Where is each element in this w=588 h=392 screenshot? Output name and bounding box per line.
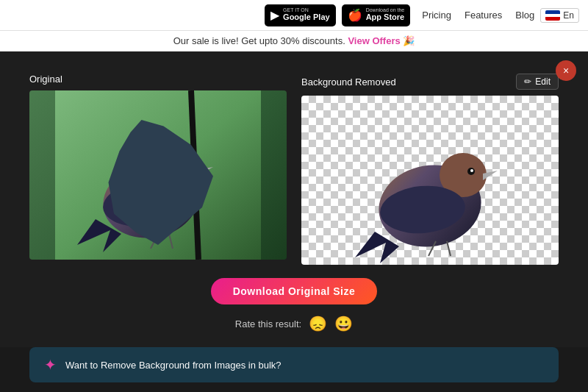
edit-icon: ✏ xyxy=(524,76,531,87)
app-store-badge[interactable]: 🍎 Download on the App Store xyxy=(342,4,411,26)
original-panel: Original xyxy=(29,74,287,265)
lang-label: En xyxy=(563,10,574,21)
edit-label: Edit xyxy=(535,76,551,87)
main-content: × Original xyxy=(0,51,588,347)
original-image xyxy=(29,90,287,260)
language-selector[interactable]: En xyxy=(540,8,579,23)
app-store-small-text: Download on the xyxy=(366,7,405,13)
nav-links: Pricing Features Blog xyxy=(422,10,534,21)
download-button[interactable]: Download Original Size xyxy=(211,278,378,304)
happy-emoji-button[interactable]: 😀 xyxy=(334,315,353,332)
original-label: Original xyxy=(29,74,62,85)
removed-panel: Background Removed ✏ Edit xyxy=(301,74,559,265)
svg-marker-12 xyxy=(355,232,399,263)
features-link[interactable]: Features xyxy=(465,10,502,21)
svg-point-4 xyxy=(158,151,202,192)
blog-link[interactable]: Blog xyxy=(515,10,534,21)
bottom-promo: ✦ Want to Remove Background from Images … xyxy=(29,347,559,382)
sale-text: Our sale is live! Get upto 30% discounts… xyxy=(173,35,345,46)
rate-section: Rate this result: 😞 😀 xyxy=(235,315,353,332)
rate-label: Rate this result: xyxy=(235,318,301,329)
google-play-main-text: Google Play xyxy=(283,13,330,22)
removed-image xyxy=(301,96,559,265)
svg-line-19 xyxy=(447,241,451,256)
close-button[interactable]: × xyxy=(556,60,576,81)
apple-icon: 🍎 xyxy=(348,8,362,22)
sale-banner: Our sale is live! Get upto 30% discounts… xyxy=(0,31,588,51)
sale-emoji: 🎉 xyxy=(403,35,415,46)
removed-panel-header: Background Removed ✏ Edit xyxy=(301,74,559,90)
svg-point-6 xyxy=(184,164,191,171)
google-play-small-text: GET IT ON xyxy=(283,7,330,13)
removed-bird-svg xyxy=(301,96,559,265)
promo-text: Want to Remove Background from Images in… xyxy=(65,360,282,371)
pricing-link[interactable]: Pricing xyxy=(422,10,451,21)
removed-label: Background Removed xyxy=(301,76,396,88)
top-nav: ▶ GET IT ON Google Play 🍎 Download on th… xyxy=(0,0,588,31)
original-panel-header: Original xyxy=(29,74,287,85)
flag-icon xyxy=(545,10,560,21)
svg-point-16 xyxy=(470,169,473,172)
sad-emoji-button[interactable]: 😞 xyxy=(309,315,327,332)
svg-point-7 xyxy=(187,165,190,168)
app-store-main-text: App Store xyxy=(366,13,405,22)
promo-icon: ✦ xyxy=(44,356,57,374)
download-section: Download Original Size Rate this result:… xyxy=(29,278,559,332)
original-bird-svg xyxy=(29,90,287,260)
view-offers-link[interactable]: View Offers xyxy=(348,35,400,46)
image-section: Original xyxy=(29,74,559,265)
google-play-icon: ▶ xyxy=(270,8,279,22)
google-play-badge[interactable]: ▶ GET IT ON Google Play xyxy=(265,4,336,26)
edit-button[interactable]: ✏ Edit xyxy=(516,74,559,90)
